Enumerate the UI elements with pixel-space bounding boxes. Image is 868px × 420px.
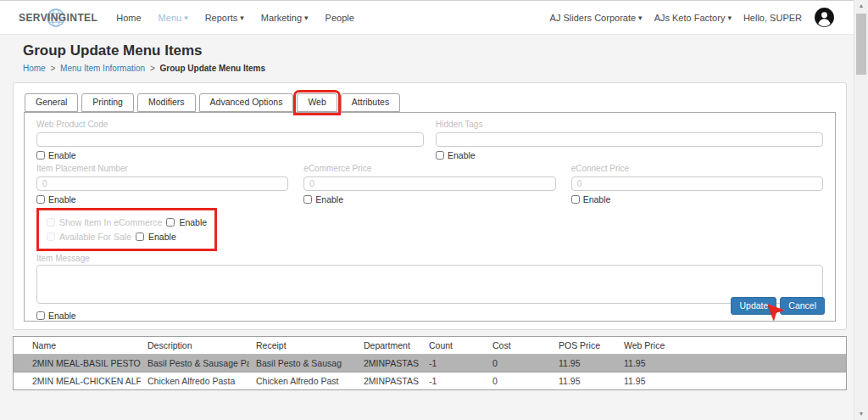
breadcrumb-link-home[interactable]: Home [23,64,46,73]
enable-label: Enable [315,194,343,204]
table-row[interactable]: 2MIN MEAL-BASIL PESTO Basil Pesto & Saus… [14,355,846,372]
web-product-code-enable-checkbox[interactable] [36,151,45,160]
breadcrumb-link-menu-item-information[interactable]: Menu Item Information [60,64,145,73]
ecommerce-price-input[interactable] [303,176,555,191]
corporate-selector[interactable]: AJ Sliders Corporate▾ [550,13,643,23]
table-cell: -1 [422,372,486,390]
column-header-web-price: Web Price [617,337,846,355]
tab-printing[interactable]: Printing [81,93,134,112]
enable-label: Enable [48,311,76,321]
caret-down-icon: ▾ [727,14,732,22]
enable-label: Enable [48,150,76,160]
scroll-down-icon[interactable]: ▼ [854,408,868,420]
brand-logo[interactable]: SERVINGINTEL [17,8,97,28]
table-cell: Basil Pesto & Sausag [249,355,357,372]
table-cell: 11.95 [617,355,846,372]
menu-items-table: Name Description Receipt Department Coun… [13,336,847,390]
ecommerce-price-label: eCommerce Price [303,164,555,173]
column-header-description: Description [141,337,249,355]
caret-down-icon: ▾ [638,14,643,22]
show-item-in-ecommerce-enable-checkbox[interactable] [166,218,175,227]
cancel-button[interactable]: Cancel [780,297,825,315]
enable-label: Enable [148,232,176,242]
show-item-in-ecommerce-checkbox[interactable] [47,218,55,227]
nav-item-menu[interactable]: Menu▾ [159,13,188,23]
edit-card: General Printing Modifiers Advanced Opti… [13,82,847,330]
scrollbar-thumb[interactable] [856,14,866,75]
available-for-sale-enable-checkbox[interactable] [136,232,144,241]
tab-bar: General Printing Modifiers Advanced Opti… [25,93,836,112]
tab-modifiers[interactable]: Modifiers [137,93,196,112]
econnect-price-input[interactable] [571,176,823,191]
econnect-price-label: eConnect Price [571,164,823,173]
tab-web[interactable]: Web [297,93,337,112]
table-cell: 11.95 [552,372,617,390]
enable-label: Enable [583,194,611,204]
enable-label: Enable [48,194,76,204]
table-cell: -1 [422,355,486,372]
hidden-tags-label: Hidden Tags [436,120,823,129]
item-placement-number-enable-checkbox[interactable] [36,195,45,204]
item-message-enable-checkbox[interactable] [36,311,45,320]
table-cell: 2MINPASTAS [357,372,422,390]
tab-advanced-options[interactable]: Advanced Options [199,93,294,112]
user-avatar-icon[interactable] [814,7,835,28]
item-placement-number-label: Item Placement Number [36,164,288,173]
show-item-in-ecommerce-label: Show Item In eCommerce [59,217,162,227]
column-header-count: Count [422,337,486,355]
tab-general[interactable]: General [25,93,78,112]
enable-label: Enable [179,217,207,227]
user-greeting: Hello, SUPER [743,13,802,23]
table-cell: 0 [486,355,552,372]
table-row[interactable]: 2MIN MEAL-CHICKEN ALFREDO Chicken Alfred… [14,372,846,390]
table-cell: 0 [486,372,552,390]
tab-attributes[interactable]: Attributes [341,93,400,112]
column-header-department: Department [357,337,422,355]
top-navbar: SERVINGINTEL Home Menu▾ Reports▾ Marketi… [0,1,854,35]
table-cell: Chicken Alfredo Past [249,372,357,390]
ecommerce-price-enable-checkbox[interactable] [303,195,312,204]
table-cell: Chicken Alfredo Pasta [141,372,249,390]
item-placement-number-input[interactable] [36,176,288,191]
web-product-code-input[interactable] [36,132,424,147]
page-header: Group Update Menu Items Home > Menu Item… [23,42,265,73]
web-product-code-label: Web Product Code [36,120,424,129]
item-message-label: Item Message [36,254,823,263]
store-selector[interactable]: AJs Keto Factory▾ [654,13,732,23]
hidden-tags-input[interactable] [436,132,823,147]
web-tab-panel: Web Product Code Enable Hidden Tags Enab… [24,112,836,322]
available-for-sale-label: Available For Sale [59,232,131,242]
page-title: Group Update Menu Items [23,42,265,59]
breadcrumb-separator: > [150,64,155,73]
nav-item-reports[interactable]: Reports▾ [205,13,244,23]
hidden-tags-enable-checkbox[interactable] [436,151,444,160]
column-header-name: Name [14,337,141,355]
caret-down-icon: ▾ [304,14,309,22]
breadcrumb-current: Group Update Menu Items [160,64,265,73]
table-cell: 2MIN MEAL-CHICKEN ALFREDO [14,372,141,390]
breadcrumb-separator: > [50,64,55,73]
scroll-up-icon[interactable]: ▲ [854,0,868,12]
item-message-textarea[interactable] [36,265,823,304]
column-header-receipt: Receipt [249,337,357,355]
nav-item-marketing[interactable]: Marketing▾ [261,13,309,23]
table-cell: 2MINPASTAS [357,355,422,372]
table-cell: Basil Pesto & Sausage Pasta [141,355,249,372]
nav-item-people[interactable]: People [326,13,354,23]
update-button[interactable]: Update [731,297,776,315]
brand-text: SERVINGINTEL [19,12,97,24]
annotation-box-ecommerce-toggles: Show Item In eCommerce Enable Available … [36,208,217,251]
enable-label: Enable [448,150,476,160]
available-for-sale-checkbox[interactable] [47,232,55,241]
table-cell: 2MIN MEAL-BASIL PESTO [14,355,141,372]
table-cell: 11.95 [617,372,846,390]
breadcrumb: Home > Menu Item Information > Group Upd… [23,64,265,73]
vertical-scrollbar[interactable]: ▲ ▼ [854,0,868,420]
column-header-pos-price: POS Price [552,337,617,355]
nav-item-home[interactable]: Home [116,13,141,23]
table-cell: 11.95 [552,355,617,372]
econnect-price-enable-checkbox[interactable] [571,195,580,204]
main-nav: Home Menu▾ Reports▾ Marketing▾ People [116,13,354,23]
account-area: AJ Sliders Corporate▾ AJs Keto Factory▾ … [550,7,835,28]
caret-down-icon: ▾ [184,14,188,22]
